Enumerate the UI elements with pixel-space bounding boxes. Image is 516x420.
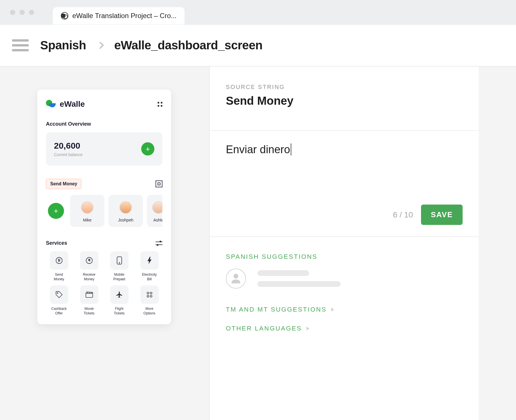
avatar xyxy=(119,201,132,214)
service-label: FlightTickets xyxy=(114,307,125,316)
service-label: MovieTickets xyxy=(84,307,95,316)
other-languages-toggle[interactable]: OTHER LANGUAGES xyxy=(226,325,463,332)
app-brand-name: eWalle xyxy=(60,100,85,109)
other-languages-label: OTHER LANGUAGES xyxy=(226,325,302,332)
traffic-light-close[interactable] xyxy=(10,10,15,15)
avatar xyxy=(81,201,94,214)
service-label: ReceiveMoney xyxy=(83,273,95,281)
service-movie-tickets[interactable]: MovieTickets xyxy=(76,285,102,316)
workspace: eWalle Account Overview 20,600 Current b… xyxy=(0,67,516,420)
avatar xyxy=(152,201,162,214)
services-grid: SendMoney ReceiveMoney MobilePrepaid Ele… xyxy=(46,251,162,316)
section-account-overview: Account Overview xyxy=(46,121,162,127)
service-receive-money[interactable]: ReceiveMoney xyxy=(76,251,102,281)
service-cashback-offer[interactable]: CashbackOffer xyxy=(46,285,72,316)
save-button[interactable]: SAVE xyxy=(421,205,463,225)
tm-mt-suggestions-label: TM AND MT SUGGESTIONS xyxy=(226,306,327,313)
service-electricity-bill[interactable]: ElectricityBill xyxy=(136,251,162,281)
plus-icon: + xyxy=(48,203,64,219)
service-send-money[interactable]: SendMoney xyxy=(46,251,72,281)
svg-point-6 xyxy=(147,292,149,294)
tag-icon xyxy=(50,285,68,304)
contact-name: Ashle xyxy=(153,218,162,222)
service-mobile-prepaid[interactable]: MobilePrepaid xyxy=(106,251,132,281)
svg-rect-5 xyxy=(86,293,93,298)
send-money-highlight-badge[interactable]: Send Money xyxy=(46,179,82,189)
placeholder-line xyxy=(257,270,309,276)
suggestion-item[interactable] xyxy=(226,269,463,289)
translation-block: Enviar dinero 6 / 10 SAVE xyxy=(210,131,479,237)
browser-tab[interactable]: eWalle Translation Project – Cro... xyxy=(53,7,185,24)
contact-name: Mike xyxy=(83,218,92,222)
chevron-right-icon xyxy=(96,42,104,49)
service-label: SendMoney xyxy=(54,273,64,281)
menu-dots-icon[interactable] xyxy=(158,102,162,107)
filter-sliders-icon[interactable] xyxy=(156,241,162,246)
svg-point-7 xyxy=(150,292,152,294)
ewalle-logo-icon xyxy=(46,99,56,109)
source-string-text: Send Money xyxy=(226,94,463,107)
translation-input[interactable]: Enviar dinero xyxy=(226,143,291,155)
contact-card[interactable]: Ashle xyxy=(147,195,162,227)
service-flight-tickets[interactable]: FlightTickets xyxy=(106,285,132,316)
browser-chrome: eWalle Translation Project – Cro... xyxy=(0,0,516,25)
traffic-light-maximize[interactable] xyxy=(29,10,34,15)
breadcrumb-language[interactable]: Spanish xyxy=(40,38,86,52)
editor-column: SOURCE STRING Send Money Enviar dinero 6… xyxy=(209,67,479,420)
balance-caption: Current balance xyxy=(54,152,83,157)
tm-mt-suggestions-toggle[interactable]: TM AND MT SUGGESTIONS xyxy=(226,306,463,313)
spanish-suggestions-title: SPANISH SUGGESTIONS xyxy=(226,253,463,260)
contact-name: Joshpeh xyxy=(118,218,133,222)
source-string-block: SOURCE STRING Send Money xyxy=(210,67,479,131)
section-services: Services xyxy=(46,240,67,246)
service-label: MobilePrepaid xyxy=(113,273,125,281)
clapper-icon xyxy=(80,285,98,304)
contacts-row: + Mike Joshpeh Ashle xyxy=(46,195,162,227)
service-label: ElectricityBill xyxy=(142,273,157,281)
preview-column: eWalle Account Overview 20,600 Current b… xyxy=(0,67,209,420)
svg-point-4 xyxy=(57,293,58,293)
hamburger-menu-icon[interactable] xyxy=(12,39,29,51)
balance-card: 20,600 Current balance + xyxy=(46,132,162,166)
tab-title: eWalle Translation Project – Cro... xyxy=(72,12,176,20)
add-balance-button[interactable]: + xyxy=(141,142,154,155)
triangle-right-icon xyxy=(307,326,309,330)
placeholder-line xyxy=(257,281,341,287)
breadcrumb-file[interactable]: eWalle_dashboard_screen xyxy=(114,38,263,52)
suggestions-block: SPANISH SUGGESTIONS TM AND MT SUGGESTION… xyxy=(210,237,479,360)
app-preview-card: eWalle Account Overview 20,600 Current b… xyxy=(37,90,171,324)
crowdin-icon xyxy=(61,12,68,20)
top-bar: Spanish eWalle_dashboard_screen xyxy=(0,25,516,67)
traffic-light-minimize[interactable] xyxy=(20,10,25,15)
svg-point-8 xyxy=(147,295,149,297)
app-brand: eWalle xyxy=(46,99,85,109)
add-contact-button[interactable]: + xyxy=(46,195,66,227)
service-more-options[interactable]: MoreOptions xyxy=(136,285,162,316)
user-placeholder-icon xyxy=(226,269,246,289)
service-label: MoreOptions xyxy=(143,307,155,316)
svg-point-9 xyxy=(150,295,152,297)
svg-point-3 xyxy=(119,262,119,263)
contact-card[interactable]: Joshpeh xyxy=(108,195,143,227)
service-label: CashbackOffer xyxy=(51,307,67,316)
grid-dots-icon xyxy=(140,285,159,304)
triangle-right-icon xyxy=(331,308,334,312)
rupee-send-icon xyxy=(50,251,68,270)
scan-icon[interactable] xyxy=(156,180,162,187)
rupee-receive-icon xyxy=(80,251,98,270)
source-string-label: SOURCE STRING xyxy=(226,84,463,90)
mobile-icon xyxy=(110,251,129,270)
string-position-counter: 6 / 10 xyxy=(393,210,413,219)
plane-icon xyxy=(110,285,129,304)
balance-value: 20,600 xyxy=(54,141,83,151)
bolt-icon xyxy=(140,251,159,270)
contact-card[interactable]: Mike xyxy=(70,195,104,227)
